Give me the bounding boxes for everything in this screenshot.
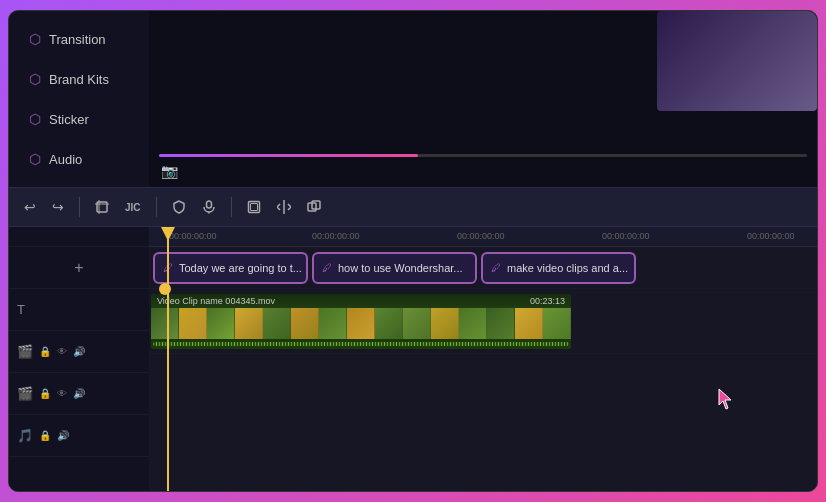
subtitle-chip-2[interactable]: 🖊 how to use Wondershar... (312, 252, 477, 284)
undo-button[interactable]: ↩ (19, 195, 41, 219)
transition-icon: ⬡ (29, 31, 41, 47)
video-track-row-1: 🎬 🔒 👁 🔊 (9, 331, 149, 373)
frame-6 (291, 308, 319, 339)
frame-10 (403, 308, 431, 339)
toolbar-divider-1 (79, 197, 80, 217)
frame-4 (235, 308, 263, 339)
timeline-content: 00:00:00:00 00:00:00:00 00:00:00:00 00:0… (149, 227, 817, 491)
playhead (167, 227, 169, 491)
sticker-icon: ⬡ (29, 111, 41, 127)
progress-fill (159, 154, 418, 157)
brand-kits-icon: ⬡ (29, 71, 41, 87)
app-window: ⬡ Transition ⬡ Brand Kits ⬡ Sticker ⬡ Au… (8, 10, 818, 492)
time-mark-0: 00:00:00:00 (169, 231, 217, 241)
lock-icon-1[interactable]: 🔒 (39, 346, 51, 357)
lock-icon-2[interactable]: 🔒 (39, 388, 51, 399)
video-clip[interactable]: Video Clip name 004345.mov 00:23:13 (151, 294, 571, 349)
split-button[interactable] (272, 196, 296, 218)
video-frames (151, 308, 571, 339)
time-mark-4: 00:00:00:00 (747, 231, 795, 241)
frame-button[interactable] (242, 196, 266, 218)
video-clip-duration: 00:23:13 (530, 296, 565, 306)
audio-track-row: 🎵 🔒 🔊 (9, 415, 149, 457)
subtitle-track: 🖊 Today we are going to t... 🖊 how to us… (149, 247, 817, 289)
frame-12 (459, 308, 487, 339)
sidebar-item-brand-label: Brand Kits (49, 72, 109, 87)
duplicate-button[interactable] (302, 196, 326, 218)
video-track: Video Clip name 004345.mov 00:23:13 (149, 289, 817, 354)
sidebar-item-sticker-label: Sticker (49, 112, 89, 127)
toolbar: ↩ ↪ JIC (9, 187, 817, 227)
track-controls: + T 🎬 🔒 👁 🔊 🎬 🔒 👁 🔊 🎵 🔒 🔊 (9, 227, 149, 491)
frame-15 (543, 308, 571, 339)
frame-13 (487, 308, 515, 339)
chip-text-1: Today we are going to t... (179, 262, 302, 274)
crop-button[interactable] (90, 196, 114, 218)
frame-3 (207, 308, 235, 339)
redo-button[interactable]: ↪ (47, 195, 69, 219)
time-ruler: 00:00:00:00 00:00:00:00 00:00:00:00 00:0… (149, 227, 817, 247)
sidebar-item-sticker[interactable]: ⬡ Sticker (15, 101, 143, 137)
top-section: ⬡ Transition ⬡ Brand Kits ⬡ Sticker ⬡ Au… (9, 11, 817, 187)
eye-icon-1[interactable]: 👁 (57, 346, 67, 357)
subtitle-chip-3[interactable]: 🖊 make video clips and a... (481, 252, 636, 284)
add-track-row[interactable]: + (9, 247, 149, 289)
time-mark-3: 00:00:00:00 (602, 231, 650, 241)
shield-button[interactable] (167, 196, 191, 218)
sidebar: ⬡ Transition ⬡ Brand Kits ⬡ Sticker ⬡ Au… (9, 11, 149, 187)
frame-2 (179, 308, 207, 339)
time-mark-2: 00:00:00:00 (457, 231, 505, 241)
subtitle-chip-1[interactable]: 🖊 Today we are going to t... (153, 252, 308, 284)
playhead-circle (159, 283, 171, 295)
frame-9 (375, 308, 403, 339)
svg-rect-6 (250, 204, 257, 211)
chip-icon-3: 🖊 (491, 262, 501, 273)
sidebar-item-transition-label: Transition (49, 32, 106, 47)
camera-icon: 📷 (161, 163, 178, 179)
audio-lock-icon[interactable]: 🔒 (39, 430, 51, 441)
timeline-section: + T 🎬 🔒 👁 🔊 🎬 🔒 👁 🔊 🎵 🔒 🔊 (9, 227, 817, 491)
sound-icon-2[interactable]: 🔊 (73, 388, 85, 399)
audio-track (149, 354, 817, 396)
speed-button[interactable]: JIC (120, 198, 146, 217)
frame-8 (347, 308, 375, 339)
frame-1 (151, 308, 179, 339)
sidebar-item-audio[interactable]: ⬡ Audio (15, 141, 143, 177)
frame-5 (263, 308, 291, 339)
chip-text-2: how to use Wondershar... (338, 262, 463, 274)
sound-icon-1[interactable]: 🔊 (73, 346, 85, 357)
time-ruler-control (9, 227, 149, 247)
svg-rect-3 (206, 201, 211, 208)
frame-7 (319, 308, 347, 339)
toolbar-divider-3 (231, 197, 232, 217)
sidebar-item-transition[interactable]: ⬡ Transition (15, 21, 143, 57)
chip-text-3: make video clips and a... (507, 262, 628, 274)
preview-video (657, 11, 817, 111)
preview-area: 📷 (149, 11, 817, 187)
audio-sound-icon[interactable]: 🔊 (57, 430, 69, 441)
eye-icon-2[interactable]: 👁 (57, 388, 67, 399)
sidebar-item-audio-label: Audio (49, 152, 82, 167)
text-track-icon: T (17, 302, 25, 317)
text-track-row: T (9, 289, 149, 331)
add-track-button[interactable]: + (70, 255, 87, 281)
waveform-line (153, 342, 569, 346)
video-icon-2: 🎬 (17, 386, 33, 401)
frame-14 (515, 308, 543, 339)
progress-bar (159, 154, 807, 157)
video-icon-1: 🎬 (17, 344, 33, 359)
waveform (151, 339, 571, 349)
frame-11 (431, 308, 459, 339)
time-mark-1: 00:00:00:00 (312, 231, 360, 241)
chip-icon-2: 🖊 (322, 262, 332, 273)
video-clip-name: Video Clip name 004345.mov (157, 296, 275, 306)
toolbar-divider-2 (156, 197, 157, 217)
mic-button[interactable] (197, 196, 221, 218)
sidebar-item-brand-kits[interactable]: ⬡ Brand Kits (15, 61, 143, 97)
video-clip-header: Video Clip name 004345.mov 00:23:13 (151, 294, 571, 308)
audio-icon: ⬡ (29, 151, 41, 167)
audio-note-icon: 🎵 (17, 428, 33, 443)
video-track-row-2: 🎬 🔒 👁 🔊 (9, 373, 149, 415)
